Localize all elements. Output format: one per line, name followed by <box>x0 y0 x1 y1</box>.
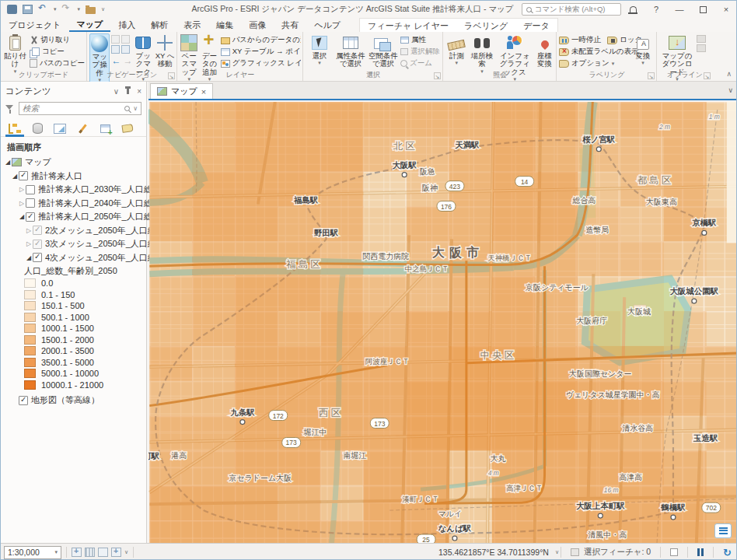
layer-tree-item[interactable]: ▷3次メッシュ_2050年_人口総数 <box>1 237 146 251</box>
legend-swatch[interactable] <box>24 369 36 378</box>
redo-dropdown-icon[interactable]: ▾ <box>78 6 81 12</box>
ribbon-tab-8[interactable]: ヘルプ <box>306 18 348 32</box>
attributes-button[interactable]: 属性 <box>400 35 440 45</box>
layer-checkbox[interactable] <box>26 185 35 194</box>
refresh-icon[interactable]: ↻ <box>723 547 732 558</box>
select-by-attributes-button[interactable]: 属性条件で選択 <box>335 33 366 68</box>
expand-col-icon[interactable]: ▷ <box>18 186 26 193</box>
legend-swatch[interactable] <box>24 380 36 390</box>
view-options-icon[interactable]: ∨ <box>728 86 733 94</box>
legend-swatch[interactable] <box>24 313 36 322</box>
help-button[interactable]: ? <box>644 1 668 18</box>
filter-icon[interactable] <box>5 104 15 114</box>
pin-icon[interactable] <box>127 89 129 94</box>
coords-dropdown-icon[interactable]: ∨ <box>555 549 559 555</box>
legend-swatch[interactable] <box>24 290 36 299</box>
expand-exp-icon[interactable]: ◢ <box>25 254 33 261</box>
save-icon[interactable] <box>23 5 33 14</box>
map-viewport[interactable]: 大阪市北区都島区福島区中央区西区大阪駅天満駅桜ノ宮駅京橋駅福島駅野田駅九条駅弁天… <box>148 102 737 543</box>
open-project-icon[interactable] <box>86 7 96 14</box>
layer-tree-item[interactable]: ▷推計将来人口_2030年_人口総数 <box>1 183 146 197</box>
legend-swatch[interactable] <box>24 324 36 333</box>
legend-swatch[interactable] <box>24 301 36 310</box>
tab-list-by-labeling[interactable] <box>120 121 135 136</box>
layer-checkbox[interactable] <box>33 253 42 262</box>
zoom-selection-icon[interactable] <box>121 35 130 44</box>
toolbar-overflow-icon[interactable]: ∨ <box>101 6 105 12</box>
copy-button[interactable]: コピー <box>30 47 85 57</box>
ribbon-tab-0[interactable]: プロジェクト <box>1 18 69 32</box>
collapse-ribbon-icon[interactable]: ∧ <box>726 70 732 78</box>
legend-swatch[interactable] <box>24 278 36 288</box>
layer-tree-item[interactable]: 地形図（等高線） <box>1 394 146 408</box>
next-extent-icon[interactable] <box>123 55 132 66</box>
scale-selector[interactable]: 1:30,000▾ <box>4 546 61 559</box>
mesh-icon[interactable] <box>98 548 108 557</box>
legend-item[interactable]: 0.1 - 150 <box>1 289 146 301</box>
legend-item[interactable]: 5000.1 - 10000 <box>1 368 146 380</box>
expand-exp-icon[interactable]: ◢ <box>4 159 12 166</box>
search-options-icon[interactable]: ∨ <box>133 105 138 112</box>
tab-list-by-snapping[interactable] <box>97 121 113 136</box>
layer-checkbox[interactable] <box>33 226 42 235</box>
select-tool-status-icon[interactable] <box>670 548 678 556</box>
legend-item[interactable]: 2000.1 - 3500 <box>1 345 146 357</box>
select-button[interactable]: 選択▾ <box>306 33 334 66</box>
goto-xy-button[interactable]: XY へ移動 <box>155 33 175 68</box>
ribbon-tab-1[interactable]: マップ <box>69 18 111 32</box>
close-button[interactable]: × <box>714 1 737 18</box>
pause-drawing-icon[interactable] <box>697 548 704 556</box>
offline-dialog-launcher[interactable]: ↘ <box>704 72 711 79</box>
layer-tree-item[interactable]: ▷推計将来人口_2040年_人口総数 <box>1 197 146 211</box>
expand-col-icon[interactable]: ▷ <box>18 200 26 207</box>
legend-swatch[interactable] <box>24 346 36 355</box>
xy-table-to-point-button[interactable]: XY テーブル → ポイント <box>221 47 301 57</box>
measure-button[interactable]: 計測▾ <box>445 33 468 66</box>
map-tab-close-icon[interactable]: × <box>201 87 206 96</box>
notifications-button[interactable] <box>621 1 644 18</box>
labeling-pause-button[interactable]: 一時停止 <box>559 35 601 45</box>
expand-exp-icon[interactable]: ◢ <box>18 213 26 220</box>
select-by-location-button[interactable]: 空間条件で選択 <box>368 33 399 68</box>
tab-list-by-editing[interactable] <box>75 121 90 136</box>
labeling-options-button[interactable]: オプション▾ <box>559 58 630 68</box>
crosshair-status-icon[interactable] <box>111 548 121 557</box>
tab-list-by-data-source[interactable] <box>30 121 45 136</box>
layer-checkbox[interactable] <box>19 171 28 180</box>
layer-checkbox[interactable] <box>26 212 35 222</box>
navigation-dialog-launcher[interactable]: ↘ <box>168 72 175 79</box>
previous-extent-icon[interactable] <box>111 55 121 66</box>
legend-item[interactable]: 10000.1 - 21000 <box>1 380 146 391</box>
selection-dialog-launcher[interactable]: ↘ <box>434 72 441 79</box>
fixed-zoom-out-icon[interactable] <box>121 45 130 54</box>
contents-search-input[interactable]: 検索 ∨ <box>19 102 141 115</box>
layer-tree-item[interactable]: ◢4次メッシュ_2050年_人口総数 <box>1 251 146 265</box>
minimize-button[interactable]: — <box>668 1 691 18</box>
ribbon-tab-7[interactable]: 共有 <box>274 18 306 32</box>
legend-swatch[interactable] <box>24 358 36 367</box>
legend-item[interactable]: 500.1 - 1000 <box>1 312 146 324</box>
add-graphics-layer-button[interactable]: グラフィックス レイヤーの追加 <box>221 58 301 68</box>
layer-checkbox[interactable] <box>19 396 28 405</box>
layer-tree-item[interactable]: ▷2次メッシュ_2050年_人口総数 <box>1 224 146 238</box>
legend-item[interactable]: 3500.1 - 5000 <box>1 357 146 369</box>
full-extent-icon[interactable] <box>111 35 120 44</box>
ribbon-tab-2[interactable]: 挿入 <box>110 18 143 32</box>
contextual-tab-1[interactable]: ラベリング <box>456 19 515 32</box>
paste-button[interactable]: 貼り付け▾ <box>2 33 28 75</box>
redo-icon[interactable] <box>62 5 72 14</box>
fixed-zoom-in-icon[interactable] <box>111 45 120 54</box>
labeling-dialog-launcher[interactable]: ↘ <box>648 72 655 79</box>
panel-menu-icon[interactable]: ∨ <box>114 87 119 96</box>
expand-col-icon[interactable]: ▷ <box>25 227 33 234</box>
ribbon-tab-3[interactable]: 解析 <box>143 18 176 32</box>
locate-button[interactable]: 場所検索▾ <box>470 33 495 75</box>
layer-checkbox[interactable] <box>26 198 35 208</box>
clear-selection-button[interactable]: 選択解除 <box>400 47 440 57</box>
expand-exp-icon[interactable]: ◢ <box>11 173 19 180</box>
layer-checkbox[interactable] <box>33 240 42 249</box>
undo-icon[interactable] <box>38 5 48 14</box>
tab-list-by-drawing-order[interactable] <box>7 121 23 136</box>
status-tools-dropdown-icon[interactable]: ∨ <box>124 549 128 555</box>
panel-close-icon[interactable]: × <box>137 87 141 96</box>
